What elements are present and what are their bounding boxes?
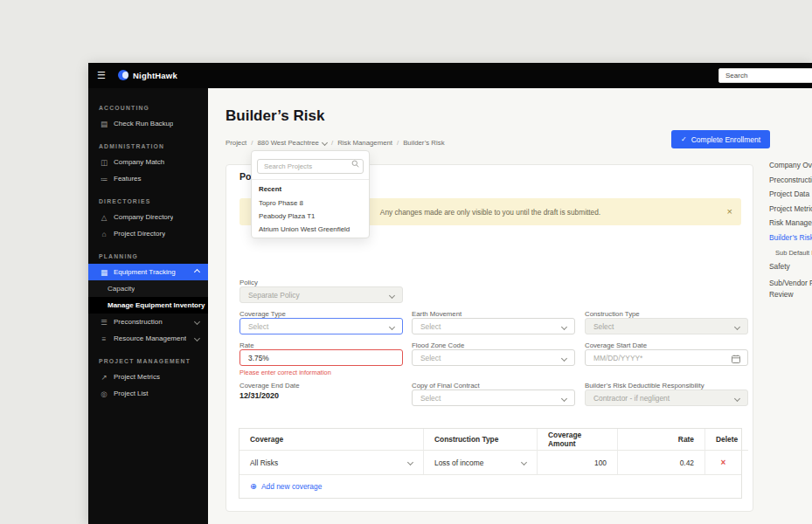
rail-item-company-overview[interactable]: Company Overview (769, 162, 812, 170)
sidebar-item-project-list[interactable]: ◎ Project List (88, 385, 208, 402)
coverage-type-value: Select (248, 322, 394, 331)
sidebar-item-equipment-tracking[interactable]: ▦ Equipment Tracking (88, 264, 208, 280)
sidebar-item-company-match[interactable]: ◫ Company Match (88, 154, 208, 170)
rail-item-safety[interactable]: Safety (769, 263, 812, 272)
column-header-coverage: Coverage (239, 429, 423, 451)
chevron-down-icon (521, 459, 527, 465)
earth-movement-value: Select (420, 322, 566, 331)
project-option[interactable]: Atrium Union West Greenfield (252, 223, 369, 236)
row-coverage-select[interactable]: All Risks (239, 451, 423, 475)
calendar-icon (732, 355, 740, 363)
sidebar-subitem-manage-equipment-inventory[interactable]: Manage Equipment Inventory (88, 297, 208, 314)
project-option[interactable]: Peabody Plaza T1 (252, 210, 369, 223)
sidebar: ACCOUNTING ▤ Check Run Backup ADMINISTRA… (88, 88, 208, 524)
hamburger-icon[interactable]: ☰ (97, 69, 106, 81)
sidebar-item-preconstruction[interactable]: ☰ Preconstruction (88, 314, 208, 330)
copy-of-final-contract-value: Select (420, 394, 566, 403)
coverage-start-date-input[interactable]: MM/DD/YYYY* (585, 349, 748, 366)
complete-enrollment-button[interactable]: ✓ Complete Enrollment (671, 130, 770, 148)
main-content: Builder’s Risk Project / 880 West Peacht… (208, 88, 812, 524)
project-option[interactable]: Topro Phase 8 (252, 196, 369, 210)
coverage-start-date-label: Coverage Start Date (585, 341, 647, 349)
features-icon: ≔ (99, 175, 109, 183)
chevron-up-icon (194, 269, 200, 275)
project-search-input[interactable] (257, 159, 364, 174)
flood-zone-code-select[interactable]: Select (412, 349, 575, 366)
sidebar-item-features[interactable]: ≔ Features (88, 170, 208, 187)
sidebar-subitem-capacity[interactable]: Capacity (88, 280, 208, 297)
sidebar-item-label: Project Directory (114, 230, 165, 238)
construction-type-value: Select (593, 322, 739, 331)
company-directory-icon: △ (99, 213, 109, 222)
sidebar-item-project-directory[interactable]: ⌂ Project Directory (88, 225, 208, 242)
sidebar-item-label: Company Directory (114, 213, 173, 221)
chevron-down-icon (322, 140, 328, 146)
project-directory-icon: ⌂ (99, 230, 109, 238)
breadcrumb-project-selector[interactable]: 880 West Peachtree (257, 139, 327, 147)
sidebar-item-label: Preconstruction (114, 318, 163, 326)
breadcrumb-separator: / (397, 139, 399, 147)
rate-error-message: Please enter correct information (239, 369, 331, 376)
row-construction-type-value: Loss of income (434, 458, 483, 467)
copy-of-final-contract-select[interactable]: Select (412, 390, 575, 406)
deductible-responsibility-value: Contractor - if negligent (593, 394, 739, 403)
rail-item-sub-default[interactable]: Sub Default Protection (769, 249, 812, 258)
earth-movement-label: Earth Movement (412, 310, 462, 318)
sidebar-item-label: Features (114, 175, 142, 183)
enrollment-steps-rail: Company Overview Preconstruction Project… (769, 162, 812, 307)
recent-group-label: Recent (252, 180, 369, 196)
chart-icon: ▤ (99, 120, 109, 128)
complete-enrollment-label: Complete Enrollment (691, 135, 760, 144)
chevron-down-icon (194, 335, 200, 341)
rail-item-sub-vendor-review[interactable]: Sub/Vendor Performance Review (769, 278, 812, 300)
search-icon (351, 160, 359, 168)
row-construction-type-select[interactable]: Loss of income (423, 451, 537, 475)
flood-zone-code-value: Select (420, 354, 566, 362)
page-title: Builder’s Risk (226, 107, 324, 125)
policy-select: Separate Policy (239, 286, 403, 303)
rail-item-project-metrics[interactable]: Project Metrics (769, 205, 812, 214)
sidebar-item-label: Project Metrics (114, 373, 160, 381)
coverage-type-label: Coverage Type (239, 310, 286, 318)
column-header-rate: Rate (617, 429, 704, 451)
sidebar-item-resource-management[interactable]: ≡ Resource Management (88, 330, 208, 347)
app-window: ☰ NightHawk ACCOUNTING ▤ Check Run Backu… (88, 63, 812, 524)
project-switcher-dropdown: Recent Topro Phase 8 Peabody Plaza T1 At… (251, 150, 370, 238)
sidebar-item-check-run-backup[interactable]: ▤ Check Run Backup (88, 115, 208, 132)
deductible-responsibility-label: Builder’s Risk Deductible Responsibility (585, 382, 704, 390)
topbar: ☰ NightHawk (88, 63, 812, 88)
resource-management-icon: ≡ (99, 334, 109, 343)
rail-item-risk-management[interactable]: Risk Management (769, 219, 812, 228)
sidebar-item-company-directory[interactable]: △ Company Directory (88, 209, 208, 225)
section-title-directories: DIRECTORIES (88, 187, 208, 209)
rail-item-builders-risk[interactable]: Builder’s Risk (769, 234, 812, 243)
rail-item-project-data[interactable]: Project Data (769, 190, 812, 199)
policy-label: Policy (239, 279, 258, 286)
coverage-end-date-label: Coverage End Date (239, 382, 299, 390)
construction-type-label: Construction Type (585, 310, 640, 318)
rate-input[interactable] (239, 349, 403, 366)
column-header-construction-type: Construction Type (423, 429, 537, 451)
sidebar-item-label: Resource Management (114, 334, 186, 342)
delete-icon[interactable]: × (721, 458, 726, 467)
rail-item-preconstruction[interactable]: Preconstruction (769, 176, 812, 185)
search-input[interactable] (718, 68, 812, 83)
breadcrumb-risk-management[interactable]: Risk Management (337, 139, 392, 147)
section-title-administration: ADMINISTRATION (88, 132, 208, 154)
row-coverage-value: All Risks (250, 458, 278, 467)
row-rate: 0.42 (617, 451, 704, 475)
row-coverage-amount: 100 (537, 451, 617, 475)
chevron-down-icon (407, 459, 413, 465)
equipment-tracking-icon: ▦ (99, 268, 109, 277)
breadcrumb-project[interactable]: Project (226, 139, 246, 147)
coverage-type-select[interactable]: Select (239, 318, 403, 334)
column-header-coverage-amount: Coverage Amount (537, 429, 617, 451)
add-new-coverage-link[interactable]: ⊕ Add new coverage (239, 475, 741, 498)
project-metrics-icon: ↗ (99, 373, 109, 382)
company-match-icon: ◫ (99, 158, 109, 167)
add-icon: ⊕ (250, 482, 257, 491)
close-icon[interactable]: × (727, 206, 732, 217)
sidebar-item-label: Check Run Backup (114, 120, 173, 128)
sidebar-item-project-metrics[interactable]: ↗ Project Metrics (88, 369, 208, 385)
earth-movement-select[interactable]: Select (412, 318, 575, 334)
